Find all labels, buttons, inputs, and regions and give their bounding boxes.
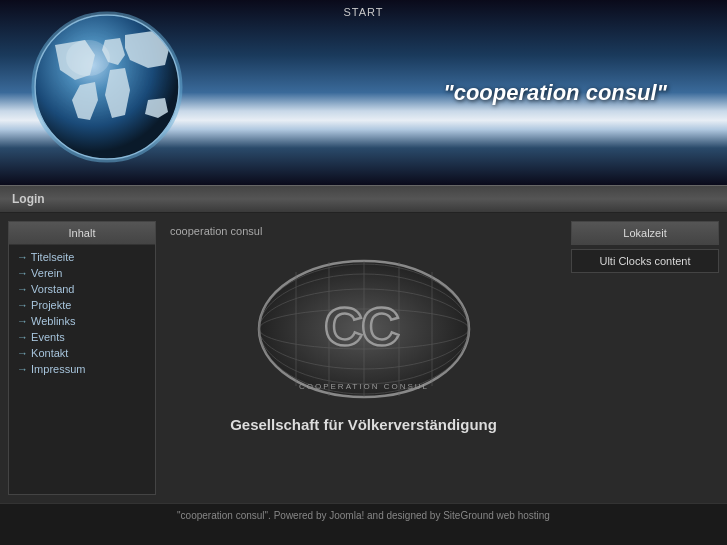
list-item: Vorstand xyxy=(9,281,155,297)
center-content: cooperation consul xyxy=(162,221,565,495)
list-item: Impressum xyxy=(9,361,155,377)
list-item: Titelseite xyxy=(9,249,155,265)
right-sidebar: Lokalzeit Ulti Clocks content xyxy=(571,221,719,495)
nav-weblinks[interactable]: Weblinks xyxy=(17,315,147,327)
nav-vorstand[interactable]: Vorstand xyxy=(17,283,147,295)
logo-area: CC COOPERATION CONSUL Gesellschaft für V… xyxy=(170,247,557,443)
tagline: Gesellschaft für Völkerverständigung xyxy=(230,416,497,433)
site-title: "cooperation consul" xyxy=(443,80,667,106)
list-item: Weblinks xyxy=(9,313,155,329)
list-item: Verein xyxy=(9,265,155,281)
clocks-content-box[interactable]: Ulti Clocks content xyxy=(571,249,719,273)
nav-titelseite[interactable]: Titelseite xyxy=(17,251,147,263)
sidebar-header: Inhalt xyxy=(9,222,155,245)
nav-kontakt[interactable]: Kontakt xyxy=(17,347,147,359)
svg-text:COOPERATION CONSUL: COOPERATION CONSUL xyxy=(298,382,428,391)
main-wrapper: Inhalt Titelseite Verein Vorstand Projek… xyxy=(0,213,727,503)
globe-image xyxy=(30,10,185,165)
sidebar: Inhalt Titelseite Verein Vorstand Projek… xyxy=(8,221,156,495)
nav-projekte[interactable]: Projekte xyxy=(17,299,147,311)
footer: "cooperation consul". Powered by Joomla!… xyxy=(0,503,727,527)
nav-verein[interactable]: Verein xyxy=(17,267,147,279)
list-item: Events xyxy=(9,329,155,345)
header-nav[interactable]: START xyxy=(343,6,383,18)
start-nav-label[interactable]: START xyxy=(343,6,383,18)
sidebar-menu: Titelseite Verein Vorstand Projekte Webl… xyxy=(9,245,155,381)
nav-impressum[interactable]: Impressum xyxy=(17,363,147,375)
list-item: Projekte xyxy=(9,297,155,313)
list-item: Kontakt xyxy=(9,345,155,361)
svg-text:CC: CC xyxy=(324,296,399,356)
lokalzeit-box[interactable]: Lokalzeit xyxy=(571,221,719,245)
svg-point-3 xyxy=(66,40,110,76)
cc-logo: CC COOPERATION CONSUL xyxy=(254,257,474,402)
nav-events[interactable]: Events xyxy=(17,331,147,343)
login-link[interactable]: Login xyxy=(12,192,45,206)
header: START xyxy=(0,0,727,185)
content-title: cooperation consul xyxy=(170,225,557,237)
footer-text: "cooperation consul". Powered by Joomla!… xyxy=(177,510,550,521)
login-bar: Login xyxy=(0,185,727,213)
